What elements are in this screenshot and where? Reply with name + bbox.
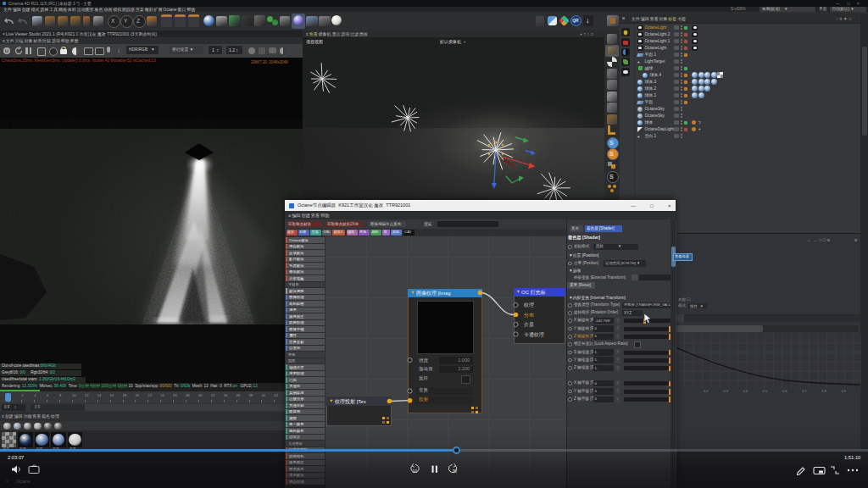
svg-text:30: 30 [453,469,458,474]
svg-text:0.8: 0.8 [821,389,826,393]
svg-text:0.4: 0.4 [743,389,748,393]
svg-text:0.9: 0.9 [841,389,846,393]
svg-text:0.6: 0.6 [782,389,787,393]
svg-text:0.7: 0.7 [802,389,807,393]
svg-text:0.3: 0.3 [723,389,728,393]
svg-text:0.2: 0.2 [704,389,709,393]
svg-text:10: 10 [413,469,418,474]
svg-text:0.5: 0.5 [763,389,768,393]
